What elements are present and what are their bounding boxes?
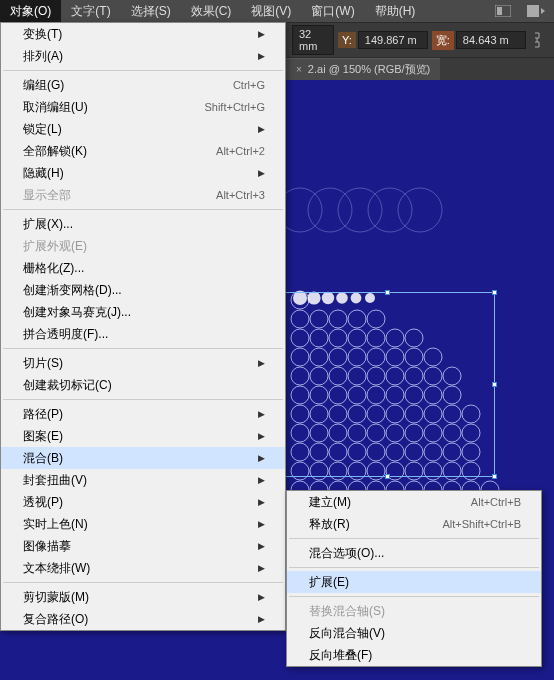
object-menu-item[interactable]: 拼合透明度(F)... [1, 323, 285, 345]
object-menu-item[interactable]: 全部解锁(K)Alt+Ctrl+2 [1, 140, 285, 162]
object-menu-item[interactable]: 封套扭曲(V)▶ [1, 469, 285, 491]
svg-point-95 [293, 291, 307, 305]
submenu-arrow-icon: ▶ [258, 589, 265, 605]
submenu-arrow-icon: ▶ [258, 494, 265, 510]
menu-item-label: 图案(E) [23, 428, 63, 444]
menu-item-label: 混合(B) [23, 450, 63, 466]
svg-point-48 [367, 405, 385, 423]
submenu-arrow-icon: ▶ [258, 26, 265, 42]
menu-select[interactable]: 选择(S) [121, 0, 181, 23]
blend-menu-item[interactable]: 反向堆叠(F) [287, 644, 541, 666]
arrange-icon[interactable] [524, 2, 550, 20]
w-value[interactable]: 84.643 m [456, 31, 526, 49]
menu-separator [289, 596, 539, 597]
menu-text[interactable]: 文字(T) [61, 0, 120, 23]
menu-item-label: 路径(P) [23, 406, 63, 422]
submenu-arrow-icon: ▶ [258, 121, 265, 137]
svg-point-17 [405, 329, 423, 347]
menu-help[interactable]: 帮助(H) [365, 0, 426, 23]
blend-menu-item[interactable]: 建立(M)Alt+Ctrl+B [287, 491, 541, 513]
y-value[interactable]: 149.867 m [358, 31, 428, 49]
object-menu-item[interactable]: 扩展(X)... [1, 213, 285, 235]
object-menu-item[interactable]: 变换(T)▶ [1, 23, 285, 45]
object-menu-item[interactable]: 栅格化(Z)... [1, 257, 285, 279]
object-menu-item[interactable]: 创建对象马赛克(J)... [1, 301, 285, 323]
object-menu-item[interactable]: 创建渐变网格(D)... [1, 279, 285, 301]
menu-separator [3, 209, 283, 210]
link-wh-icon[interactable] [530, 29, 544, 51]
blend-menu-item[interactable]: 释放(R)Alt+Shift+Ctrl+B [287, 513, 541, 535]
svg-point-45 [310, 405, 328, 423]
menu-window[interactable]: 窗口(W) [301, 0, 364, 23]
svg-point-33 [424, 367, 442, 385]
submenu-arrow-icon: ▶ [258, 611, 265, 627]
object-menu-item[interactable]: 图案(E)▶ [1, 425, 285, 447]
object-menu-item[interactable]: 透视(P)▶ [1, 491, 285, 513]
svg-point-97 [322, 292, 334, 304]
object-menu-item: 显示全部Alt+Ctrl+3 [1, 184, 285, 206]
svg-point-60 [405, 424, 423, 442]
menu-effect[interactable]: 效果(C) [181, 0, 242, 23]
object-menu-item[interactable]: 切片(S)▶ [1, 352, 285, 374]
svg-point-49 [386, 405, 404, 423]
object-menu-item[interactable]: 混合(B)▶ [1, 447, 285, 469]
menu-item-label: 隐藏(H) [23, 165, 64, 181]
svg-point-69 [386, 443, 404, 461]
svg-point-65 [310, 443, 328, 461]
control-bar: 32 mm Y: 149.867 m 宽: 84.643 m [286, 22, 554, 58]
menu-item-label: 编组(G) [23, 77, 64, 93]
object-menu-item[interactable]: 排列(A)▶ [1, 45, 285, 67]
document-tabs: × 2.ai @ 150% (RGB/预览) [286, 58, 554, 80]
menu-item-label: 扩展(E) [309, 574, 349, 590]
menu-item-label: 建立(M) [309, 494, 351, 510]
svg-point-30 [367, 367, 385, 385]
object-menu-item[interactable]: 文本绕排(W)▶ [1, 557, 285, 579]
object-menu-item[interactable]: 实时上色(N)▶ [1, 513, 285, 535]
menu-item-label: 实时上色(N) [23, 516, 88, 532]
tab-active[interactable]: × 2.ai @ 150% (RGB/预览) [286, 58, 440, 80]
blend-menu-item[interactable]: 反向混合轴(V) [287, 622, 541, 644]
object-menu-item[interactable]: 路径(P)▶ [1, 403, 285, 425]
svg-point-76 [329, 462, 347, 480]
object-menu-item[interactable]: 隐藏(H)▶ [1, 162, 285, 184]
submenu-arrow-icon: ▶ [258, 428, 265, 444]
menu-view[interactable]: 视图(V) [241, 0, 301, 23]
menu-object[interactable]: 对象(O) [0, 0, 61, 23]
svg-point-75 [310, 462, 328, 480]
submenu-arrow-icon: ▶ [258, 406, 265, 422]
menu-item-label: 全部解锁(K) [23, 143, 87, 159]
object-menu-item[interactable]: 锁定(L)▶ [1, 118, 285, 140]
svg-point-70 [405, 443, 423, 461]
blend-menu-item: 替换混合轴(S) [287, 600, 541, 622]
workspace-icon[interactable] [490, 2, 516, 20]
svg-point-3 [368, 188, 412, 232]
svg-point-83 [462, 462, 480, 480]
object-menu-item[interactable]: 编组(G)Ctrl+G [1, 74, 285, 96]
object-menu-item[interactable]: 剪切蒙版(M)▶ [1, 586, 285, 608]
object-menu-item[interactable]: 取消编组(U)Shift+Ctrl+G [1, 96, 285, 118]
blend-menu-item[interactable]: 混合选项(O)... [287, 542, 541, 564]
object-menu-item[interactable]: 图像描摹▶ [1, 535, 285, 557]
menu-item-label: 混合选项(O)... [309, 545, 384, 561]
svg-point-72 [443, 443, 461, 461]
menu-item-label: 封套扭曲(V) [23, 472, 87, 488]
svg-point-24 [405, 348, 423, 366]
object-menu-item[interactable]: 创建裁切标记(C) [1, 374, 285, 396]
object-menu-item[interactable]: 复合路径(O)▶ [1, 608, 285, 630]
menu-item-label: 取消编组(U) [23, 99, 88, 115]
svg-point-47 [348, 405, 366, 423]
svg-point-25 [424, 348, 442, 366]
svg-point-21 [348, 348, 366, 366]
close-icon[interactable]: × [296, 64, 302, 75]
menu-item-label: 文本绕排(W) [23, 560, 90, 576]
menu-separator [3, 582, 283, 583]
menu-shortcut: Alt+Ctrl+2 [216, 143, 265, 159]
svg-point-62 [443, 424, 461, 442]
menu-shortcut: Alt+Shift+Ctrl+B [442, 516, 521, 532]
svg-point-74 [291, 462, 309, 480]
blend-menu-item[interactable]: 扩展(E) [287, 571, 541, 593]
x-value[interactable]: 32 mm [292, 25, 334, 55]
menu-separator [3, 399, 283, 400]
svg-point-38 [348, 386, 366, 404]
menu-item-label: 创建渐变网格(D)... [23, 282, 122, 298]
